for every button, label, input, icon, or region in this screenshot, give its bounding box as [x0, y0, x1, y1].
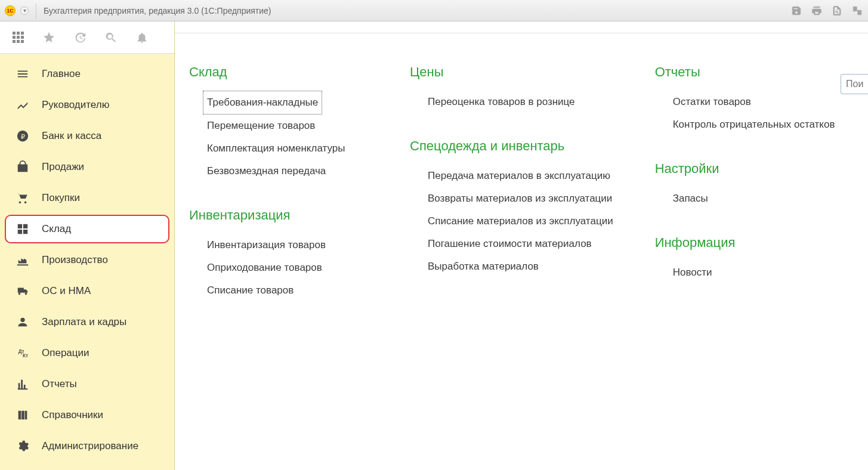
section-title[interactable]: Спецодежда и инвентарь [410, 138, 613, 154]
nav-item-assets[interactable]: ОС и НМА [0, 276, 174, 307]
section-links: Инвентаризация товаровОприходование това… [189, 234, 368, 302]
nav-item-sales[interactable]: Продажи [0, 151, 174, 183]
svg-text:₽: ₽ [21, 133, 25, 140]
section: ИнформацияНовости [655, 235, 835, 284]
nav-item-production[interactable]: Производство [0, 245, 174, 276]
window-menu-button[interactable]: ▾ [20, 7, 29, 15]
app-logo-icon: 1C [5, 5, 16, 16]
menu-link[interactable]: Остатки товаров [673, 91, 835, 113]
gear-icon [16, 439, 30, 453]
person-icon [16, 315, 30, 329]
nav-label: Операции [42, 347, 89, 359]
section-links: Остатки товаровКонтроль отрицательных ос… [655, 91, 835, 136]
quickbar [0, 21, 174, 54]
nav-item-manager[interactable]: Руководителю [0, 89, 174, 120]
cart-icon [16, 191, 30, 205]
section-title[interactable]: Настройки [655, 161, 835, 177]
menu-link[interactable]: Переоценка товаров в рознице [428, 91, 613, 113]
menu-link[interactable]: Погашение стоимости материалов [428, 233, 613, 255]
nav-label: Справочники [42, 409, 103, 421]
section-links: Новости [655, 261, 835, 284]
bell-icon[interactable] [135, 30, 149, 45]
ruble-icon: ₽ [16, 129, 30, 143]
menu-link[interactable]: Новости [673, 261, 835, 284]
section-links: Передача материалов в эксплуатациюВозвра… [410, 165, 613, 278]
bag-icon [16, 160, 30, 174]
factory-icon [16, 253, 30, 267]
nav-item-bank[interactable]: ₽ Банк и касса [0, 120, 174, 151]
preview-icon[interactable] [831, 5, 843, 17]
nav-item-purchases[interactable]: Покупки [0, 183, 174, 214]
window-titlebar: 1C ▾ Бухгалтерия предприятия, редакция 3… [0, 0, 868, 21]
nav-label: ОС и НМА [42, 285, 91, 297]
menu-link[interactable]: Контроль отрицательных остатков [673, 113, 835, 136]
nav-item-directories[interactable]: Справочники [0, 400, 174, 431]
apps-grid-icon[interactable] [11, 30, 25, 45]
menu-link[interactable]: Списание товаров [207, 279, 368, 302]
svg-line-1 [837, 12, 838, 13]
section-title[interactable]: Инвентаризация [189, 208, 368, 223]
nav-item-operations[interactable]: ДтКт Операции [0, 338, 174, 369]
chart-line-icon [16, 98, 30, 112]
window-title: Бухгалтерия предприятия, редакция 3.0 (1… [44, 6, 271, 16]
menu-link[interactable]: Списание материалов из эксплуатации [428, 210, 613, 233]
section: СкладТребования-накладныеПеремещение тов… [189, 64, 368, 183]
nav-label: Покупки [42, 192, 80, 204]
menu-link[interactable]: Выработка материалов [428, 255, 613, 278]
nav-item-main[interactable]: Главное [0, 58, 174, 89]
compare-icon[interactable] [851, 5, 863, 17]
content-column: ЦеныПереоценка товаров в розницеСпецодеж… [410, 64, 613, 327]
bar-chart-icon [16, 377, 30, 391]
menu-link[interactable]: Перемещение товаров [207, 115, 368, 137]
main-content: СкладТребования-накладныеПеремещение тов… [175, 21, 868, 470]
menu-link[interactable]: Запасы [673, 187, 835, 210]
star-icon[interactable] [42, 30, 56, 45]
section: Спецодежда и инвентарьПередача материало… [410, 138, 613, 278]
nav-item-payroll[interactable]: Зарплата и кадры [0, 307, 174, 338]
nav-label: Продажи [42, 161, 84, 173]
debit-credit-icon: ДтКт [16, 346, 30, 360]
section: ОтчетыОстатки товаровКонтроль отрицатель… [655, 64, 835, 136]
menu-link[interactable]: Оприходование товаров [207, 256, 368, 279]
sidebar: Главное Руководителю ₽ Банк и касса Прод… [0, 21, 175, 470]
print-icon[interactable] [811, 5, 823, 17]
search-box [841, 74, 868, 94]
nav-list: Главное Руководителю ₽ Банк и касса Прод… [0, 54, 174, 462]
menu-link[interactable]: Требования-накладные [203, 91, 322, 115]
section-title[interactable]: Информация [655, 235, 835, 251]
section-title[interactable]: Цены [410, 64, 613, 80]
nav-label: Главное [42, 68, 81, 80]
nav-item-reports[interactable]: Отчеты [0, 369, 174, 400]
section: ИнвентаризацияИнвентаризация товаровОпри… [189, 208, 368, 302]
titlebar-divider [36, 4, 36, 18]
warehouse-icon [16, 222, 30, 236]
section-links: Переоценка товаров в рознице [410, 91, 613, 113]
nav-item-administration[interactable]: Администрирование [0, 431, 174, 462]
menu-link[interactable]: Безвозмездная передача [207, 160, 368, 183]
menu-link[interactable]: Инвентаризация товаров [207, 234, 368, 256]
tab-strip [175, 21, 868, 33]
history-icon[interactable] [73, 30, 87, 45]
truck-icon [16, 284, 30, 298]
menu-link[interactable]: Передача материалов в эксплуатацию [428, 165, 613, 187]
nav-label: Руководителю [42, 99, 109, 111]
save-icon[interactable] [790, 5, 802, 17]
menu-icon [16, 67, 30, 81]
nav-label: Производство [42, 254, 108, 266]
content-column: ОтчетыОстатки товаровКонтроль отрицатель… [655, 64, 835, 327]
menu-link[interactable]: Возвраты материалов из эксплуатации [428, 187, 613, 210]
section-title[interactable]: Отчеты [655, 64, 835, 80]
nav-label: Зарплата и кадры [42, 316, 126, 328]
section: ЦеныПереоценка товаров в рознице [410, 64, 613, 113]
books-icon [16, 408, 30, 422]
svg-text:Кт: Кт [23, 353, 28, 358]
nav-label: Банк и касса [42, 130, 101, 142]
search-icon[interactable] [104, 30, 118, 45]
nav-item-warehouse[interactable]: Склад [5, 215, 169, 243]
section-title[interactable]: Склад [189, 64, 368, 80]
content-column: СкладТребования-накладныеПеремещение тов… [189, 64, 368, 327]
nav-item-warehouse-wrap: Склад [0, 214, 174, 245]
section-links: Требования-накладныеПеремещение товаровК… [189, 91, 368, 183]
menu-link[interactable]: Комплектация номенклатуры [207, 137, 368, 160]
search-input[interactable] [841, 74, 868, 94]
